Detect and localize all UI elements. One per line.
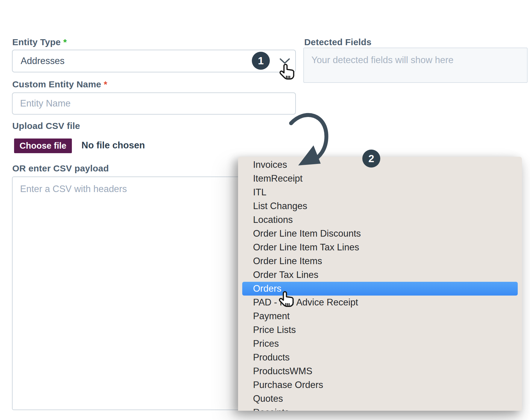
dropdown-option[interactable]: PAD - Pre Advice Receipt [238, 296, 522, 309]
detected-fields-panel: Your detected fields will show here [303, 48, 528, 83]
required-asterisk: * [104, 79, 107, 89]
dropdown-option[interactable]: Order Line Item Tax Lines [238, 241, 522, 254]
step-1-badge: 1 [252, 52, 270, 70]
dropdown-option[interactable]: Purchase Orders [238, 378, 522, 392]
custom-entity-name-label-text: Custom Entity Name [12, 79, 101, 89]
dropdown-option[interactable]: Price Lists [238, 323, 522, 337]
dropdown-option[interactable]: Prices [238, 337, 522, 351]
dropdown-option[interactable]: Order Line Items [238, 254, 522, 268]
step-2-badge: 2 [362, 150, 380, 168]
choose-file-button[interactable]: Choose file [14, 139, 72, 153]
dropdown-option[interactable]: List Changes [238, 199, 522, 213]
detected-fields-placeholder: Your detected fields will show here [311, 55, 453, 66]
chevron-down-icon[interactable] [279, 57, 291, 65]
dropdown-option[interactable]: Products [238, 351, 522, 364]
dropdown-option[interactable]: Order Tax Lines [238, 268, 522, 282]
dropdown-option[interactable]: Locations [238, 213, 522, 227]
dropdown-option[interactable]: Quotes [238, 392, 522, 406]
detected-fields-label: Detected Fields [304, 37, 372, 47]
entity-name-input[interactable] [12, 92, 296, 115]
entity-dropdown-list: InvoicesItemReceiptITLList ChangesLocati… [238, 157, 522, 411]
dropdown-option[interactable]: ProductsWMS [238, 364, 522, 378]
dropdown-option[interactable]: ITL [238, 185, 522, 199]
dropdown-option[interactable]: Payment [238, 309, 522, 323]
upload-csv-label: Upload CSV file [12, 121, 80, 131]
csv-payload-label: OR enter CSV payload [12, 163, 109, 174]
entity-type-label-text: Entity Type [12, 37, 61, 47]
dropdown-option[interactable]: Order Line Item Discounts [238, 227, 522, 241]
custom-entity-name-label: Custom Entity Name * [12, 79, 107, 89]
no-file-chosen-text: No file chosen [81, 140, 145, 151]
dropdown-option[interactable]: ItemReceipt [238, 172, 522, 185]
entity-type-selected-value: Addresses [21, 56, 64, 66]
required-asterisk: * [63, 37, 67, 47]
entity-type-label: Entity Type * [12, 37, 67, 47]
dropdown-option[interactable]: Receipts [238, 406, 522, 411]
import-entity-form: Entity Type * Addresses 1 Detected Field… [0, 0, 530, 420]
dropdown-option[interactable]: Orders [242, 282, 518, 296]
